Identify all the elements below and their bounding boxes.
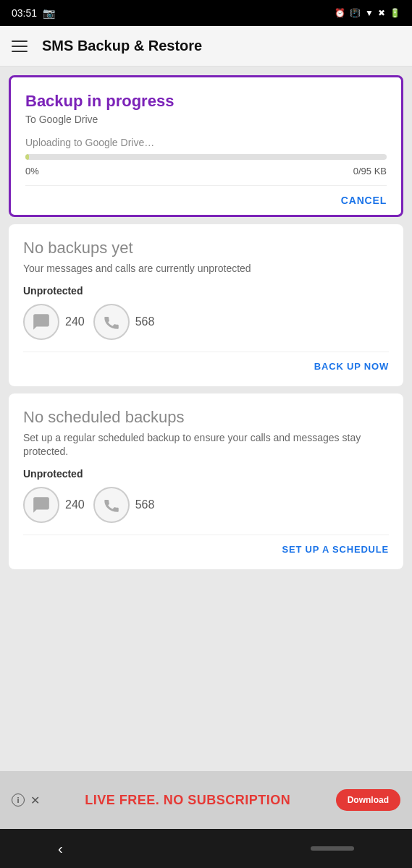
call-count-group-1: 568: [93, 304, 155, 340]
ad-close-icon[interactable]: ✕: [30, 793, 40, 807]
status-bar: 03:51 📷 ⏰ 📳 ▼ ✖ 🔋: [0, 0, 412, 26]
home-pill[interactable]: [311, 846, 354, 851]
top-bar: SMS Backup & Restore: [0, 26, 412, 67]
no-backups-card: No backups yet Your messages and calls a…: [9, 224, 403, 386]
no-schedule-card: No scheduled backups Set up a regular sc…: [9, 393, 403, 569]
no-backups-title: No backups yet: [23, 239, 389, 258]
sms-count-group-2: 240: [23, 487, 85, 523]
bottom-nav-bar: ‹: [0, 829, 412, 868]
schedule-action-row: SET UP A SCHEDULE: [23, 535, 389, 555]
signal-icon: ✖: [378, 8, 385, 18]
set-up-schedule-button[interactable]: SET UP A SCHEDULE: [282, 544, 389, 555]
cancel-row: CANCEL: [25, 185, 387, 215]
sms-count-1: 240: [65, 315, 85, 328]
progress-size: 0/95 KB: [353, 166, 387, 176]
sms-icon-2: [23, 487, 59, 523]
progress-labels: 0% 0/95 KB: [25, 166, 387, 176]
menu-button[interactable]: [12, 41, 28, 52]
backup-status-text: Uploading to Google Drive…: [25, 137, 387, 148]
call-icon-2: [93, 487, 130, 523]
progress-bar-fill: [25, 154, 29, 160]
call-count-1: 568: [135, 315, 155, 328]
no-schedule-title: No scheduled backups: [23, 408, 389, 427]
ad-banner: i ✕ LIVE FREE. NO SUBSCRIPTION Download: [0, 771, 412, 829]
ad-info-icon[interactable]: i: [12, 793, 25, 807]
progress-percent: 0%: [25, 166, 39, 176]
call-count-2: 568: [135, 498, 155, 511]
wifi-icon: ▼: [365, 8, 374, 18]
camera-icon: 📷: [43, 7, 55, 19]
unprotected-label-1: Unprotected: [23, 285, 389, 297]
alarm-icon: ⏰: [335, 8, 345, 18]
app-title: SMS Backup & Restore: [42, 38, 202, 54]
ad-left: i ✕: [12, 793, 40, 807]
backup-progress-subtitle: To Google Drive: [25, 114, 387, 125]
sms-count-2: 240: [65, 498, 85, 511]
backup-progress-title: Backup in progress: [25, 92, 387, 111]
call-icon-1: [93, 304, 130, 340]
back-up-now-button[interactable]: BACK UP NOW: [314, 361, 389, 372]
call-count-group-2: 568: [93, 487, 155, 523]
main-content: Backup in progress To Google Drive Uploa…: [0, 67, 412, 771]
cancel-button[interactable]: CANCEL: [341, 195, 387, 206]
status-time: 03:51: [12, 7, 37, 19]
no-backups-desc: Your messages and calls are currently un…: [23, 262, 389, 276]
battery-icon: 🔋: [390, 8, 400, 18]
icons-row-2: 240 568: [23, 487, 389, 523]
no-schedule-desc: Set up a regular scheduled backup to ens…: [23, 431, 389, 459]
backup-action-row: BACK UP NOW: [23, 352, 389, 372]
sms-icon-1: [23, 304, 59, 340]
vibrate-icon: 📳: [350, 8, 361, 18]
ad-text: LIVE FREE. NO SUBSCRIPTION: [85, 793, 290, 808]
sms-count-group-1: 240: [23, 304, 85, 340]
unprotected-label-2: Unprotected: [23, 468, 389, 480]
progress-bar-container: [25, 154, 387, 160]
back-button[interactable]: ‹: [58, 841, 63, 857]
status-icons: ⏰ 📳 ▼ ✖ 🔋: [335, 8, 400, 18]
backup-progress-card: Backup in progress To Google Drive Uploa…: [9, 75, 403, 217]
ad-download-button[interactable]: Download: [336, 789, 400, 811]
icons-row-1: 240 568: [23, 304, 389, 340]
